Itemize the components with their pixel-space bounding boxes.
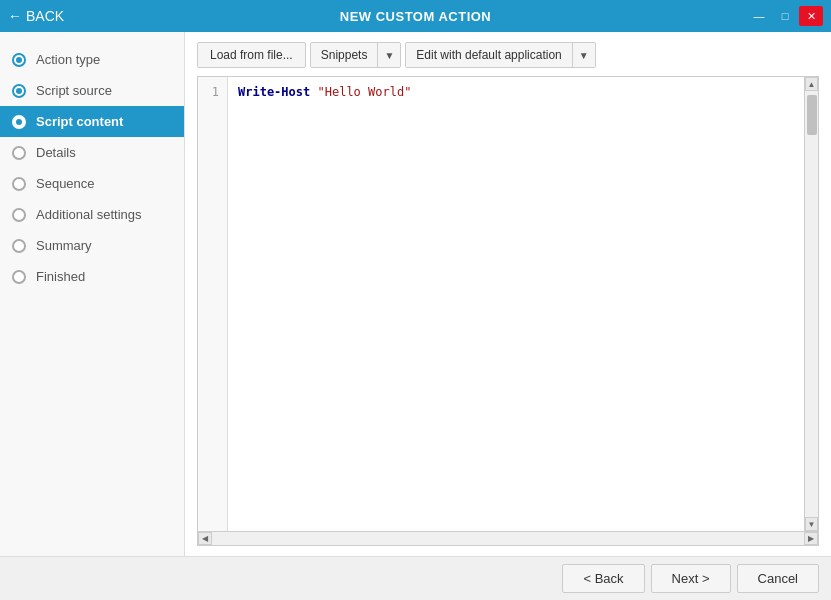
load-from-label: Load from file... bbox=[210, 48, 293, 62]
maximize-button[interactable]: □ bbox=[773, 6, 797, 26]
snippets-button[interactable]: Snippets bbox=[311, 43, 379, 67]
window-controls: — □ ✕ bbox=[747, 6, 823, 26]
main-content: Action type Script source Script content… bbox=[0, 32, 831, 556]
step-circle-summary bbox=[12, 239, 26, 253]
sidebar-label-summary: Summary bbox=[36, 238, 92, 253]
step-circle-script-content bbox=[12, 115, 26, 129]
sidebar-label-details: Details bbox=[36, 145, 76, 160]
scroll-thumb-vertical[interactable] bbox=[807, 95, 817, 135]
sidebar-item-additional-settings[interactable]: Additional settings bbox=[0, 199, 184, 230]
sidebar-label-sequence: Sequence bbox=[36, 176, 95, 191]
cancel-button[interactable]: Cancel bbox=[737, 564, 819, 593]
scrollbar-horizontal: ◀ ▶ bbox=[198, 531, 818, 545]
step-circle-finished bbox=[12, 270, 26, 284]
line-numbers: 1 bbox=[198, 77, 228, 531]
sidebar-item-sequence[interactable]: Sequence bbox=[0, 168, 184, 199]
code-keyword-writehost: Write-Host bbox=[238, 85, 310, 99]
sidebar-item-script-source[interactable]: Script source bbox=[0, 75, 184, 106]
editor-content[interactable]: Write-Host "Hello World" bbox=[228, 77, 804, 531]
sidebar-label-action-type: Action type bbox=[36, 52, 100, 67]
close-button[interactable]: ✕ bbox=[799, 6, 823, 26]
back-arrow-icon: ← bbox=[8, 8, 22, 24]
snippets-label: Snippets bbox=[321, 48, 368, 62]
edit-with-split-button: Edit with default application ▼ bbox=[405, 42, 595, 68]
footer: < Back Next > Cancel bbox=[0, 556, 831, 600]
step-circle-script-source bbox=[12, 84, 26, 98]
sidebar-label-script-content: Script content bbox=[36, 114, 123, 129]
sidebar-label-script-source: Script source bbox=[36, 83, 112, 98]
scroll-track-vertical[interactable] bbox=[805, 91, 818, 517]
sidebar-item-finished[interactable]: Finished bbox=[0, 261, 184, 292]
editor-container: 1 Write-Host "Hello World" ▲ ▼ bbox=[197, 76, 819, 546]
sidebar-label-finished: Finished bbox=[36, 269, 85, 284]
back-label: BACK bbox=[26, 8, 64, 24]
title-bar-left: ← BACK bbox=[8, 8, 64, 24]
scroll-right-arrow[interactable]: ▶ bbox=[804, 532, 818, 545]
step-circle-details bbox=[12, 146, 26, 160]
edit-with-button[interactable]: Edit with default application bbox=[406, 43, 572, 67]
scroll-track-horizontal[interactable] bbox=[212, 532, 804, 545]
back-button[interactable]: ← BACK bbox=[8, 8, 64, 24]
minimize-button[interactable]: — bbox=[747, 6, 771, 26]
snippets-dropdown-button[interactable]: ▼ bbox=[378, 43, 400, 67]
scroll-up-arrow[interactable]: ▲ bbox=[805, 77, 818, 91]
edit-with-dropdown-button[interactable]: ▼ bbox=[573, 43, 595, 67]
sidebar-label-additional-settings: Additional settings bbox=[36, 207, 142, 222]
scroll-left-arrow[interactable]: ◀ bbox=[198, 532, 212, 545]
sidebar-item-script-content[interactable]: Script content bbox=[0, 106, 184, 137]
back-footer-button[interactable]: < Back bbox=[562, 564, 644, 593]
step-circle-action-type bbox=[12, 53, 26, 67]
step-circle-sequence bbox=[12, 177, 26, 191]
next-button[interactable]: Next > bbox=[651, 564, 731, 593]
code-string-helloworld: "Hello World" bbox=[317, 85, 411, 99]
line-number-1: 1 bbox=[206, 83, 219, 102]
title-bar: ← BACK NEW CUSTOM ACTION — □ ✕ bbox=[0, 0, 831, 32]
snippets-split-button: Snippets ▼ bbox=[310, 42, 402, 68]
code-line-1: Write-Host "Hello World" bbox=[238, 83, 794, 102]
sidebar-item-details[interactable]: Details bbox=[0, 137, 184, 168]
editor-toolbar: Load from file... Snippets ▼ Edit with d… bbox=[197, 42, 819, 68]
scrollbar-vertical: ▲ ▼ bbox=[804, 77, 818, 531]
sidebar-item-action-type[interactable]: Action type bbox=[0, 44, 184, 75]
sidebar-item-summary[interactable]: Summary bbox=[0, 230, 184, 261]
sidebar: Action type Script source Script content… bbox=[0, 32, 185, 556]
window-title: NEW CUSTOM ACTION bbox=[340, 9, 492, 24]
scroll-down-arrow[interactable]: ▼ bbox=[805, 517, 818, 531]
editor-body: 1 Write-Host "Hello World" ▲ ▼ bbox=[198, 77, 818, 531]
step-circle-additional-settings bbox=[12, 208, 26, 222]
load-from-button[interactable]: Load from file... bbox=[197, 42, 306, 68]
edit-with-label: Edit with default application bbox=[416, 48, 561, 62]
content-area: Load from file... Snippets ▼ Edit with d… bbox=[185, 32, 831, 556]
